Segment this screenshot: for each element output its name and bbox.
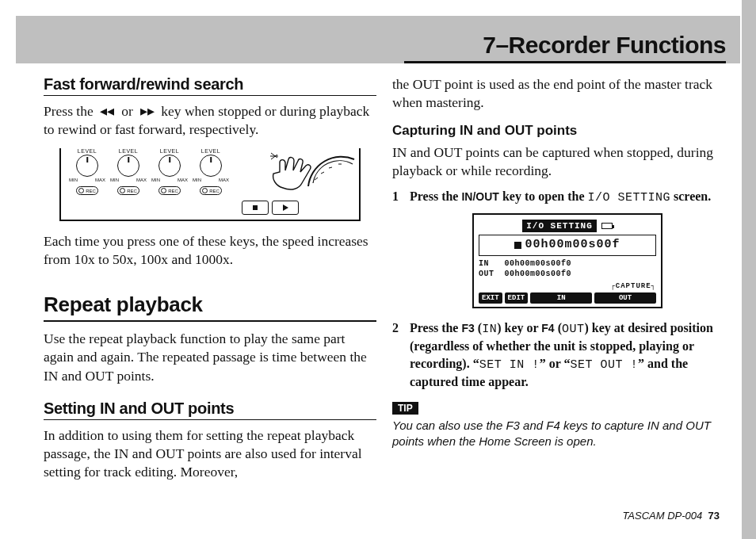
footer-page: 73: [708, 510, 720, 522]
left-column: Fast forward/rewind search Press the ◂◂ …: [44, 75, 376, 489]
paragraph-capturing: IN and OUT points can be captured when s…: [392, 143, 725, 180]
softkey-edit: EDIT: [505, 292, 529, 304]
key-f3: F3: [461, 322, 474, 334]
softkey-out: OUT: [594, 292, 656, 304]
rec-button-4: REC: [200, 186, 222, 195]
screen-name-io-setting: I/O SETTING: [587, 191, 670, 205]
heading-capturing: Capturing IN and OUT points: [392, 123, 725, 139]
lcd-screenshot: I/O SETTING 00h00m00s00f IN 00h00m00s00f…: [472, 213, 662, 308]
step-1: Press the IN/OUT key to open the I/O SET…: [392, 188, 725, 308]
knob-3: LEVEL MINMAX REC: [150, 148, 189, 197]
lcd-in-row: IN 00h00m00s00f0: [479, 258, 656, 270]
softkey-in: IN: [530, 292, 592, 304]
header-band: 7–Recorder Functions: [16, 16, 740, 63]
footer-brand: TASCAM DP-004: [622, 510, 702, 522]
lcd-capture-label: ┌CAPTURE┐: [479, 281, 656, 291]
svg-line-0: [315, 178, 318, 180]
svg-line-1: [321, 172, 324, 174]
play-button-icon: [272, 201, 299, 215]
lcd-title: I/O SETTING: [522, 220, 597, 233]
label-level: LEVEL: [109, 148, 148, 154]
lcd-out-row: OUT 00h00m00s00f0: [479, 269, 656, 280]
illustration-device-panel: LEVEL MINMAX REC LEVEL MINMAX REC LEVEL …: [59, 148, 361, 221]
footer: TASCAM DP-004 73: [622, 510, 720, 522]
paragraph-inout: In addition to using them for setting th…: [44, 426, 376, 481]
label-level: LEVEL: [67, 148, 107, 154]
transport-buttons: [242, 201, 299, 215]
paragraph-speed: Each time you press one of these keys, t…: [44, 232, 376, 269]
heading-setting-in-out: Setting IN and OUT points: [44, 399, 376, 420]
tip-body: You can also use the F3 and F4 keys to c…: [392, 418, 725, 450]
knob-2: LEVEL MINMAX REC: [109, 148, 148, 197]
dial-icon: [307, 148, 356, 188]
rec-button-3: REC: [158, 186, 181, 195]
heading-repeat-playback: Repeat playback: [44, 292, 376, 322]
heading-ff-rewind: Fast forward/rewind search: [44, 75, 376, 96]
paragraph-ff: Press the ◂◂ or ▸▸ key when stopped or d…: [44, 102, 376, 139]
chapter-title: 7–Recorder Functions: [483, 32, 726, 59]
label-level: LEVEL: [191, 148, 231, 154]
lcd-softkeys: EXIT EDIT IN OUT: [479, 292, 656, 304]
knob-1: LEVEL MINMAX REC: [67, 148, 107, 197]
steps-list: Press the IN/OUT key to open the I/O SET…: [392, 188, 725, 390]
label-level: LEVEL: [150, 148, 189, 154]
stop-button-icon: [242, 201, 269, 215]
rec-button-2: REC: [117, 186, 139, 195]
battery-icon: [601, 223, 613, 229]
paragraph-continuation: the OUT point is used as the end point o…: [392, 75, 725, 112]
right-column: the OUT point is used as the end point o…: [392, 75, 725, 449]
key-f4: F4: [541, 322, 554, 334]
stop-indicator-icon: [514, 242, 521, 249]
page: 7–Recorder Functions Fast forward/rewind…: [0, 0, 756, 539]
step-2: Press the F3 (IN) key or F4 (OUT) key at…: [392, 319, 725, 391]
paragraph-repeat: Use the repeat playback function to play…: [44, 330, 376, 384]
rec-button-1: REC: [76, 186, 98, 195]
softkey-exit: EXIT: [479, 292, 502, 304]
tip-tag: TIP: [392, 402, 418, 415]
knob-4: LEVEL MINMAX REC: [191, 148, 231, 197]
header-rule: [404, 61, 726, 63]
lcd-time: 00h00m00s00f: [479, 235, 656, 255]
page-edge-bar: [742, 0, 756, 539]
svg-line-2: [329, 167, 332, 168]
key-in-out: IN/OUT: [461, 190, 498, 203]
